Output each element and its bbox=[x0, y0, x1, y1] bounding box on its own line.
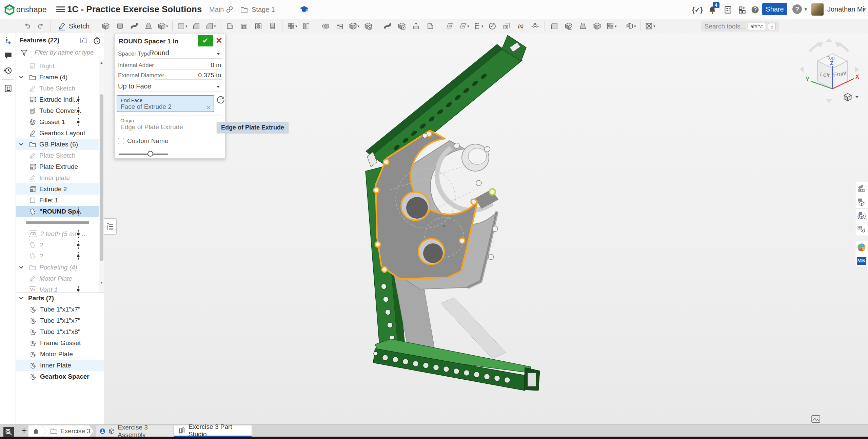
end-condition-value[interactable]: Up to Face bbox=[118, 82, 151, 90]
section-view-button[interactable]: ▾ bbox=[624, 20, 638, 32]
end-face-clear-icon[interactable]: ✕ bbox=[206, 104, 211, 111]
enclose-button[interactable] bbox=[590, 20, 604, 32]
rib-button[interactable] bbox=[223, 20, 237, 32]
measure-button[interactable] bbox=[485, 20, 499, 32]
comments-icon[interactable] bbox=[0, 48, 16, 63]
frame-tool-button[interactable]: ▾ bbox=[604, 20, 618, 32]
origin-selection[interactable]: Origin Edge of Plate Extrude bbox=[117, 116, 223, 133]
app-pie-icon[interactable] bbox=[855, 241, 868, 254]
feature-item-round-sp[interactable]: "ROUND Sp... bbox=[16, 206, 104, 217]
feature-item-fillet-1[interactable]: Fillet 1 bbox=[16, 195, 104, 206]
replace-face-button[interactable] bbox=[423, 20, 437, 32]
tree-scrollbar[interactable] bbox=[99, 60, 104, 293]
sweep-button[interactable] bbox=[127, 20, 141, 32]
revolve-button[interactable] bbox=[113, 20, 127, 32]
loft-button[interactable] bbox=[141, 20, 156, 32]
expand-caret-icon[interactable] bbox=[19, 142, 24, 147]
spacer-type-field[interactable]: Spacer Type Round bbox=[118, 48, 222, 59]
surface-button[interactable] bbox=[442, 20, 457, 32]
feature-item-teeth-5-mm[interactable]: CB? teeth (5 mm ... bbox=[16, 228, 104, 239]
hole-button[interactable] bbox=[251, 20, 265, 32]
variable-button[interactable] bbox=[514, 20, 528, 32]
insert-context-button[interactable] bbox=[528, 20, 542, 32]
learning-center-icon[interactable] bbox=[749, 4, 761, 15]
feature-item-tube-conver[interactable]: Tube Conver... bbox=[16, 105, 104, 116]
tab-part-studio[interactable]: Exercise 3 Part Studio bbox=[174, 425, 252, 437]
tasks-icon[interactable] bbox=[722, 4, 734, 15]
appearance-panel-icon[interactable] bbox=[855, 182, 868, 195]
part-item-tube-1-x1-x7[interactable]: Tube 1"x1"x7" bbox=[16, 315, 104, 326]
offset-surface-button[interactable] bbox=[409, 20, 423, 32]
mirror-button[interactable] bbox=[299, 20, 313, 32]
new-tab-button[interactable]: + bbox=[19, 425, 29, 436]
feature-item-frame-4[interactable]: Frame (4) bbox=[16, 72, 104, 83]
extrude-button[interactable] bbox=[99, 20, 113, 32]
capture-image-icon[interactable] bbox=[811, 415, 821, 423]
history-icon[interactable] bbox=[0, 63, 16, 78]
version-link-icon[interactable] bbox=[225, 5, 234, 14]
configurations-panel-icon[interactable] bbox=[855, 195, 868, 209]
spacer-type-value[interactable]: Round bbox=[149, 49, 169, 57]
onshape-logo-icon[interactable] bbox=[4, 4, 15, 15]
part-item-gearbox-spacer[interactable]: Gearbox Spacer bbox=[16, 371, 104, 382]
configuration-variables-icon[interactable]: x) bbox=[855, 222, 868, 236]
scrollbar-thumb[interactable] bbox=[100, 94, 103, 261]
draft-button[interactable]: ▾ bbox=[203, 20, 218, 32]
derive-button[interactable] bbox=[499, 20, 514, 32]
scroll-up-icon[interactable] bbox=[100, 62, 103, 64]
branch-name[interactable]: Main bbox=[209, 6, 224, 14]
custom-name-checkbox[interactable] bbox=[118, 138, 124, 144]
user-avatar[interactable] bbox=[811, 3, 824, 16]
tab-assembly[interactable]: Exercise 3 Assembly bbox=[96, 425, 173, 437]
share-button[interactable]: Share bbox=[762, 3, 787, 15]
feature-item-extrude-2[interactable]: Extrude 2 bbox=[16, 183, 104, 195]
mk-app-icon[interactable]: MK bbox=[855, 254, 868, 268]
feature-item-inner-plate[interactable]: Inner plate bbox=[16, 172, 104, 183]
filter-input[interactable] bbox=[31, 47, 100, 58]
feature-item-tube-sketch[interactable]: Tube Sketch bbox=[16, 83, 104, 94]
split-button[interactable] bbox=[333, 20, 347, 32]
feature-item-motor-plate[interactable]: Motor Plate bbox=[16, 273, 104, 284]
workspace-name[interactable]: Stage 1 bbox=[252, 6, 275, 14]
feature-list-toggle[interactable] bbox=[104, 218, 117, 235]
new-folder-icon[interactable] bbox=[80, 36, 89, 44]
boundary-button[interactable] bbox=[576, 20, 590, 32]
feature-item-vent-1[interactable]: VeVent 1 bbox=[16, 284, 104, 292]
thicken-button[interactable]: ▾ bbox=[156, 20, 170, 32]
part-item-tube-1-x1-x8[interactable]: Tube 1"x1"x8" bbox=[16, 326, 104, 337]
document-title[interactable]: 1C - Practice Exercise Solutions bbox=[67, 4, 202, 15]
filter-funnel-icon[interactable] bbox=[20, 49, 28, 57]
search-tools-box[interactable]: Search tools... alt/⌥ c bbox=[701, 21, 779, 32]
modify-fillet-button[interactable] bbox=[547, 20, 561, 32]
delete-face-button[interactable] bbox=[395, 20, 409, 32]
delete-bodies-button[interactable] bbox=[561, 20, 576, 32]
feature-item-gearbox-layout[interactable]: Gearbox Layout bbox=[16, 127, 104, 139]
feature-item-plate-sketch[interactable]: Plate Sketch bbox=[16, 150, 104, 161]
tab-exercise-folder[interactable]: Exercise 3 bbox=[42, 425, 94, 437]
end-condition-select[interactable]: Up to Face bbox=[118, 82, 222, 92]
linear-pattern-button[interactable] bbox=[265, 20, 280, 32]
internal-adder-field[interactable]: Internal Adder 0 in bbox=[118, 61, 222, 70]
external-diameter-value[interactable]: 0.375 in bbox=[198, 72, 221, 79]
opacity-slider[interactable] bbox=[119, 151, 168, 157]
feature-item-gb-plates-6[interactable]: GB Plates (6) bbox=[16, 139, 104, 150]
part-item-motor-plate[interactable]: Motor Plate bbox=[16, 348, 104, 360]
onshape-wordmark[interactable]: onshape bbox=[16, 5, 47, 14]
feature-item-extrude-indi[interactable]: Extrude Indi... bbox=[16, 94, 104, 105]
user-menu-caret-icon[interactable] bbox=[862, 7, 867, 12]
expand-caret-icon[interactable] bbox=[19, 75, 24, 80]
move-face-button[interactable] bbox=[380, 20, 395, 32]
insert-feature-icon[interactable] bbox=[0, 33, 16, 48]
chamfer-button[interactable] bbox=[189, 20, 203, 32]
document-menu-icon[interactable] bbox=[56, 5, 65, 14]
rollback-history-icon[interactable] bbox=[93, 36, 101, 45]
scroll-down-icon[interactable] bbox=[100, 281, 103, 284]
notifications-bell-icon[interactable]: 4 bbox=[707, 4, 718, 15]
undo-button[interactable] bbox=[20, 20, 34, 32]
feature-item-plate-extrude[interactable]: Plate Extrude bbox=[16, 161, 104, 172]
expand-caret-icon[interactable] bbox=[19, 265, 24, 270]
end-face-selection[interactable]: End Face Face of Extrude 2 ✕ bbox=[117, 95, 214, 112]
rollback-bar[interactable] bbox=[26, 221, 89, 224]
internal-adder-value[interactable]: 0 in bbox=[211, 61, 221, 69]
parts-section-header[interactable]: Parts (7) bbox=[16, 293, 104, 304]
